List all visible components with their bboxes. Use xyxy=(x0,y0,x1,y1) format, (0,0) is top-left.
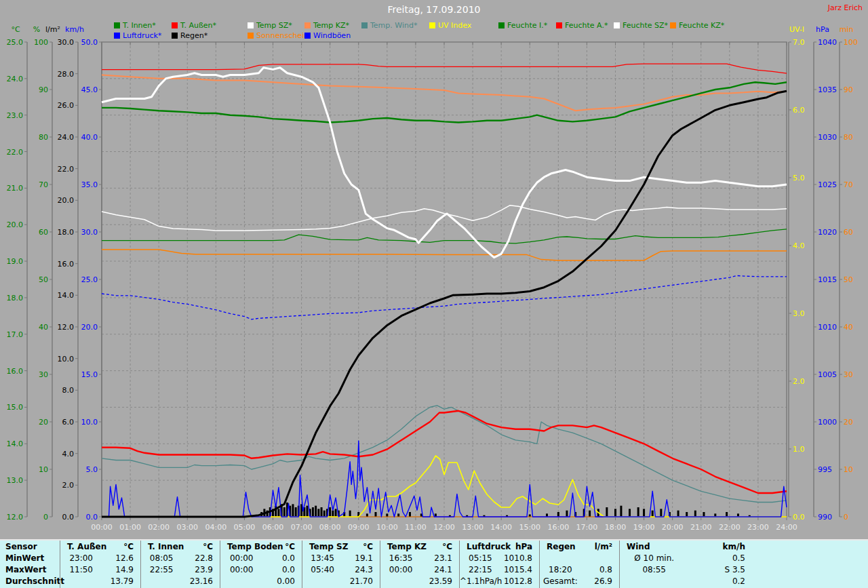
table-cell-value: 14.9 xyxy=(102,564,140,576)
table-cell-value: 0.00 xyxy=(262,576,302,587)
table-cell-time: 08:55 xyxy=(620,564,688,576)
axis-tick-label-min: 100 xyxy=(844,38,858,47)
table-sensor-unit: °C xyxy=(285,541,302,553)
axis-tick-label-kmh: 0.0 xyxy=(86,513,98,522)
table-sensor-name: Luftdruck xyxy=(460,541,515,553)
axis-tick-label-tempC: 25.0 xyxy=(7,38,24,47)
table-column-t-innen: T. Innen°C08:0522.822:5523.923.16 xyxy=(140,541,220,588)
axis-tick-label-min: 90 xyxy=(844,85,853,94)
table-cell-value: 0.8 xyxy=(581,564,619,576)
x-axis-label: 07:00 xyxy=(291,523,313,532)
x-axis-label: 19:00 xyxy=(633,523,655,532)
axis-tick-label-tempC: 22.0 xyxy=(7,148,24,157)
axis-tick-label-tempC: 23.0 xyxy=(7,111,24,120)
table-cell-time: 05:15 xyxy=(460,553,501,564)
axis-tick-label-lm2: 6.0 xyxy=(62,418,75,427)
table-column-temp-sz: Temp SZ°C13:4519.105:4024.321.70 xyxy=(302,541,380,588)
axis-tick-label-hpa: 1005 xyxy=(818,370,837,379)
axis-tick-label-kmh: 5.0 xyxy=(86,465,98,474)
table-cell-time: Ø 10 min. xyxy=(620,553,688,564)
axis-tick-label-tempC: 17.0 xyxy=(7,330,24,339)
axis-tick-label-uv: 7.0 xyxy=(793,38,805,47)
axis-tick-label-uv: 2.0 xyxy=(793,377,805,386)
table-cell-time: 00:00 xyxy=(220,553,262,564)
axis-tick-label-tempC: 19.0 xyxy=(7,257,24,266)
bar-regen-rate xyxy=(366,513,368,517)
axis-tick-label-lm2: 8.0 xyxy=(62,386,75,395)
table-sensor-unit: l/m² xyxy=(595,541,619,553)
axis-tick-label-tempC: 24.0 xyxy=(7,75,24,83)
table-cell-time xyxy=(620,576,688,587)
axis-tick-label-hpa: 1025 xyxy=(818,180,837,189)
bar-regen-rate xyxy=(277,509,279,517)
axis-tick-label-min: 40 xyxy=(844,323,853,332)
axis-tick-label-tempC: 21.0 xyxy=(7,184,24,193)
table-cell-time xyxy=(141,576,182,587)
axis-tick-label-lm2: 22.0 xyxy=(58,165,75,174)
table-sensor-name: T. Innen xyxy=(141,541,203,553)
x-axis-label: 14:00 xyxy=(490,523,512,532)
table-cell-time xyxy=(302,576,342,587)
axis-tick-label-kmh: 40.0 xyxy=(81,133,98,142)
axis-tick-label-lm2: 28.0 xyxy=(58,70,75,79)
x-axis-label: 21:00 xyxy=(690,523,712,532)
table-sensor-name: Wind xyxy=(620,541,723,553)
bar-regen-rate xyxy=(643,509,645,517)
axis-tick-label-min: 80 xyxy=(844,133,853,142)
bar-regen-rate xyxy=(332,511,334,517)
table-sensor-name: Temp Boden xyxy=(220,541,285,553)
table-cell-value: 23.9 xyxy=(182,564,220,576)
axis-tick-label-hpa: 1010 xyxy=(818,323,837,332)
table-cell-time xyxy=(380,576,421,587)
table-cell-value: 23.1 xyxy=(421,553,459,564)
bar-regen-rate xyxy=(315,506,317,517)
table-cell-time: 18:20 xyxy=(540,564,581,576)
axis-tick-label-lm2: 18.0 xyxy=(58,228,75,237)
bar-regen-rate xyxy=(409,512,411,517)
table-cell-value: 0.2 xyxy=(688,576,752,587)
bar-regen-rate xyxy=(397,513,399,517)
bar-regen-rate xyxy=(295,507,297,517)
table-column-luftdruck: LuftdruckhPa05:151010.822:151015.4^1.1hP… xyxy=(459,541,539,588)
axis-tick-label-lm2: 10.0 xyxy=(58,355,75,364)
x-axis-label: 13:00 xyxy=(462,523,484,532)
axis-tick-label-tempC: 13.0 xyxy=(7,476,24,485)
axis-tick-label-pct: 40 xyxy=(39,323,48,332)
table-column-temp-boden: Temp Boden°C00:000.000:000.00.00 xyxy=(220,541,302,588)
axis-tick-label-min: 70 xyxy=(844,180,853,189)
table-cell-time: 08:05 xyxy=(141,553,182,564)
axis-tick-label-pct: 50 xyxy=(39,275,48,284)
axis-tick-label-lm2: 4.0 xyxy=(62,450,75,458)
axis-tick-label-kmh: 25.0 xyxy=(81,275,98,284)
table-sensor-name: T. Außen xyxy=(60,541,123,553)
bar-regen-rate xyxy=(614,509,616,517)
table-cell-value: 24.3 xyxy=(342,564,380,576)
table-cell-value: 19.1 xyxy=(342,553,380,564)
table-cell-value: 1015.4 xyxy=(501,564,539,576)
axis-tick-label-lm2: 16.0 xyxy=(58,260,75,269)
axis-tick-label-pct: 80 xyxy=(39,133,48,142)
axis-tick-label-min: 0 xyxy=(844,513,848,522)
table-column-regen: Regenl/m²18:200.8Gesamt:26.9 xyxy=(539,541,619,588)
table-sensor-name: Temp KZ xyxy=(380,541,442,553)
axis-tick-label-uv: 4.0 xyxy=(793,241,805,250)
table-cell-value: 1010.8 xyxy=(501,553,539,564)
bar-regen-rate xyxy=(686,512,688,517)
bar-regen-rate xyxy=(606,507,608,517)
axis-tick-label-min: 20 xyxy=(844,418,853,427)
axis-tick-label-min: 50 xyxy=(844,275,853,284)
x-axis-label: 01:00 xyxy=(119,523,141,532)
table-row-labels-column: SensorMinWertMaxWertDurchschnitt xyxy=(0,541,60,588)
bar-regen-rate xyxy=(660,509,662,517)
bar-regen-rate xyxy=(677,511,679,517)
table-sensor-name: Regen xyxy=(540,541,595,553)
axis-tick-label-tempC: 12.0 xyxy=(7,513,24,522)
axis-tick-label-hpa: 990 xyxy=(818,513,832,522)
bar-regen-rate xyxy=(312,507,314,517)
x-axis-label: 16:00 xyxy=(547,523,569,532)
x-axis-label: 03:00 xyxy=(176,523,198,532)
axis-tick-label-pct: 0 xyxy=(43,513,48,522)
axis-tick-label-lm2: 12.0 xyxy=(58,323,75,332)
weather-app-window: Freitag, 17.09.2010 Jarz Erich T. Innen*… xyxy=(0,0,868,588)
axis-tick-label-hpa: 1040 xyxy=(818,38,837,47)
